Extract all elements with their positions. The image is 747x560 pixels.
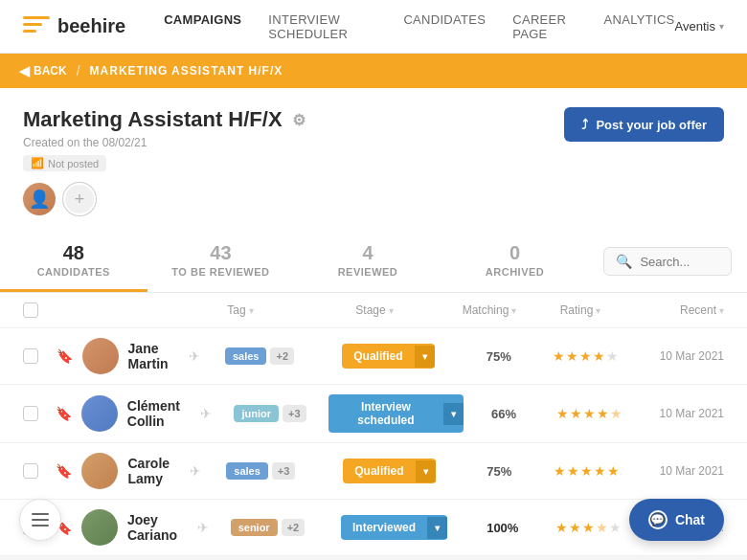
tab-review-label: TO BE REVIEWED [157, 266, 285, 278]
star-2: ★ [566, 348, 578, 364]
star-4: ★ [593, 348, 605, 364]
tag-1[interactable]: sales [225, 347, 267, 365]
rating-2: ★ ★ ★ ★ ★ [544, 406, 634, 421]
tab-to-review[interactable]: 43 TO BE REVIEWED [147, 231, 295, 292]
stage-badge-3[interactable]: Qualified ▾ [343, 459, 435, 483]
post-job-button[interactable]: ⤴ Post your job offer [564, 107, 724, 142]
candidate-name-2[interactable]: Clément Collin [127, 398, 183, 429]
not-posted-badge: 📶 Not posted [23, 155, 106, 171]
stage-arrow-2: ▾ [443, 403, 464, 425]
job-created: Created on the 08/02/21 [23, 136, 306, 149]
send-icon-1[interactable]: ✈ [189, 348, 200, 364]
hamburger-button[interactable] [19, 499, 61, 541]
star-2: ★ [567, 463, 579, 479]
tab-candidates[interactable]: 48 CANDIDATES [0, 231, 147, 292]
bookmark-icon-3[interactable]: 🔖 [56, 463, 72, 479]
send-icon-3[interactable]: ✈ [190, 463, 201, 479]
star-5: ★ [609, 520, 622, 535]
search-box: 🔍 [603, 247, 732, 276]
back-arrow-icon: ◀ [19, 63, 30, 78]
search-area: 🔍 [588, 231, 747, 292]
stage-2: Interview scheduled ▾ [328, 394, 464, 433]
stage-arrow-1: ▾ [415, 346, 435, 368]
stage-badge-1[interactable]: Qualified ▾ [342, 344, 434, 369]
tag-more-4[interactable]: +2 [282, 519, 306, 536]
stage-3: Qualified ▾ [321, 459, 459, 483]
row-checkbox-3[interactable] [23, 463, 38, 479]
rating-3: ★ ★ ★ ★ ★ [540, 463, 632, 479]
table-row: 🔖 Clément Collin ✈ junior +3 Interview s… [0, 385, 747, 443]
star-4: ★ [594, 463, 606, 479]
avatars-row: 👤 + [23, 183, 724, 215]
avatar-clement [81, 395, 118, 432]
date-3: 10 Mar 2021 [632, 464, 724, 478]
star-2: ★ [569, 520, 581, 535]
logo-icon [23, 16, 50, 37]
row-checkbox-2[interactable] [23, 406, 38, 421]
candidate-name-1[interactable]: Jane Martin [128, 341, 171, 371]
candidate-info-4: 🔖 Joey Cariano ✈ [56, 509, 209, 546]
avatar-joey [81, 509, 118, 546]
star-1: ★ [555, 520, 568, 535]
tag-3[interactable]: sales [226, 462, 268, 480]
bookmark-icon-2[interactable]: 🔖 [56, 406, 72, 421]
add-member-button[interactable]: + [63, 183, 96, 215]
bookmark-icon-1[interactable]: 🔖 [57, 348, 73, 364]
back-button[interactable]: ◀ BACK [19, 63, 67, 78]
candidate-name-4[interactable]: Joey Cariano [127, 512, 180, 543]
send-icon-2[interactable]: ✈ [200, 406, 212, 421]
stage-sort-icon[interactable]: ▾ [389, 305, 394, 316]
nav-analytics[interactable]: ANALYTICS [604, 12, 675, 41]
row-checkbox-1[interactable] [23, 348, 38, 364]
tag-more-1[interactable]: +2 [270, 347, 294, 365]
tag-2[interactable]: junior [234, 405, 279, 422]
tag-sort-icon[interactable]: ▾ [249, 305, 254, 316]
stage-badge-4[interactable]: Interviewed ▾ [341, 515, 447, 540]
avatar-1[interactable]: 👤 [23, 183, 56, 215]
nav-career[interactable]: CAREER PAGE [512, 12, 577, 41]
tab-reviewed-count: 4 [304, 242, 432, 264]
stage-text-1: Qualified [342, 344, 414, 369]
tab-reviewed[interactable]: 4 REVIEWED [294, 231, 441, 292]
star-3: ★ [583, 406, 596, 421]
recent-sort-icon[interactable]: ▾ [719, 305, 724, 316]
tab-candidates-label: CANDIDATES [10, 266, 138, 278]
main-content: Marketing Assistant H/F/X ⚙ Created on t… [0, 88, 747, 556]
nav-campaigns[interactable]: CAMPAIGNS [164, 12, 241, 41]
recent-header-label: Recent [680, 303, 716, 317]
star-3: ★ [580, 463, 593, 479]
candidate-info-2: 🔖 Clément Collin ✈ [56, 395, 212, 432]
search-icon: 🔍 [616, 254, 632, 269]
tag-more-3[interactable]: +3 [272, 462, 296, 480]
search-input[interactable] [640, 255, 719, 269]
stage-badge-2[interactable]: Interview scheduled ▾ [328, 394, 464, 433]
tag-4[interactable]: senior [231, 519, 278, 536]
tab-archived[interactable]: 0 ARCHIVED [441, 231, 589, 292]
rating-1: ★ ★ ★ ★ ★ [540, 348, 632, 364]
chat-button[interactable]: 💬 Chat [629, 499, 724, 541]
rating-header-label: Rating [560, 303, 594, 317]
star-3: ★ [582, 520, 595, 535]
avatar-jane [82, 338, 119, 374]
matching-sort-icon[interactable]: ▾ [511, 305, 516, 316]
share-icon: ⤴ [581, 117, 588, 132]
date-2: 10 Mar 2021 [634, 407, 724, 420]
tab-review-count: 43 [157, 242, 285, 264]
nav-user[interactable]: Aventis ▾ [675, 19, 724, 34]
nav-interview[interactable]: INTERVIEW SCHEDULER [268, 12, 376, 41]
nav-candidates[interactable]: CANDIDATES [403, 12, 486, 41]
logo-area: beehire [23, 15, 125, 37]
navbar: beehire CAMPAIGNS INTERVIEW SCHEDULER CA… [0, 0, 747, 54]
send-icon-4[interactable]: ✈ [197, 520, 209, 535]
star-5: ★ [606, 348, 619, 364]
stage-text-2: Interview scheduled [328, 394, 443, 433]
rating-sort-icon[interactable]: ▾ [596, 305, 600, 316]
candidate-name-3[interactable]: Carole Lamy [127, 456, 172, 486]
tab-archived-count: 0 [451, 242, 579, 264]
logo-text: beehire [57, 15, 125, 37]
select-all-checkbox[interactable] [23, 302, 38, 318]
tag-more-2[interactable]: +3 [283, 405, 306, 422]
gear-icon[interactable]: ⚙ [292, 111, 306, 129]
col-header-matching: Matching ▾ [446, 303, 532, 317]
stage-1: Qualified ▾ [319, 344, 457, 369]
